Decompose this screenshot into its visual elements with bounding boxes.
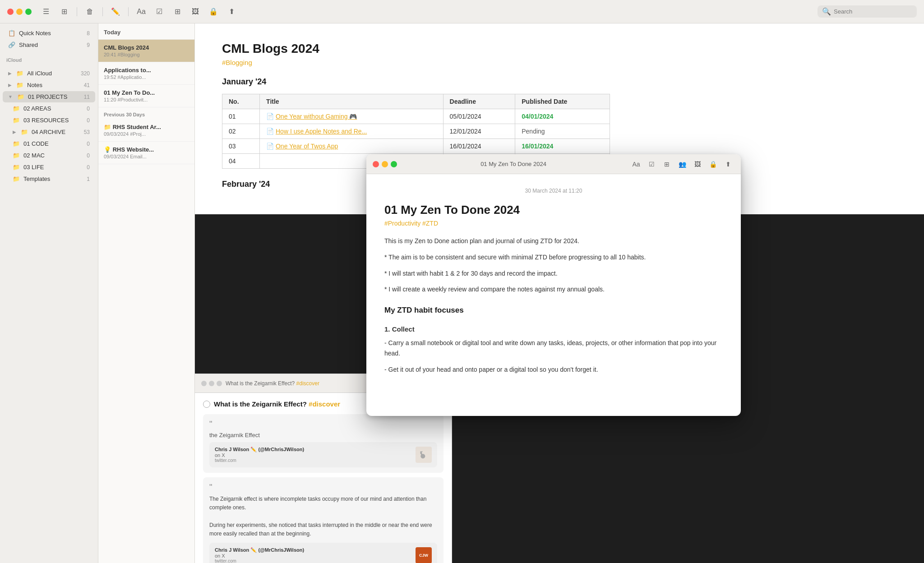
maximize-button[interactable] (25, 9, 32, 15)
note-tag-2: #Applicatio... (118, 74, 146, 80)
note-meta-cml-blogs: 20:41 #Blogging (104, 52, 189, 57)
close-button[interactable] (7, 9, 14, 15)
floating-collab-icon[interactable]: 👥 (676, 158, 688, 171)
tweet-avatar-placeholder (416, 447, 432, 463)
floating-note-title: 01 My Zen To Done 2024 (384, 203, 723, 217)
quick-notes-count: 8 (87, 30, 90, 37)
sidebar-item-all-icloud[interactable]: ▶ 📁 All iCloud 320 (3, 68, 95, 79)
zeigarnik-tl-3 (217, 381, 222, 386)
toolbar-separator-3 (128, 7, 129, 16)
search-input[interactable] (834, 8, 912, 15)
minimize-button[interactable] (16, 9, 23, 15)
sidebar-top-section: 📋 Quick Notes 8 🔗 Shared 9 (0, 23, 98, 55)
floating-image-icon[interactable]: 🖼 (691, 158, 704, 171)
zeigarnik-tl-2 (209, 381, 214, 386)
life-folder-icon: 📁 (13, 164, 20, 171)
sidebar-item-quick-notes[interactable]: 📋 Quick Notes 8 (3, 28, 95, 39)
sidebar-item-04-archive[interactable]: ▶ 📁 04 ARCHIVE 53 (3, 126, 95, 138)
table-row: 02 📄 How I use Apple Notes and Re... 12/… (222, 124, 610, 139)
cell-published-02: Pending (515, 124, 610, 139)
04-archive-label: 04 ARCHIVE (32, 129, 80, 135)
floating-checklist-icon[interactable]: ☑ (645, 158, 658, 171)
january-header: January '24 (222, 77, 897, 87)
note-meta-applications: 19:52 #Applicatio... (104, 74, 189, 80)
floating-intro: This is my Zen to Done action plan and j… (384, 236, 723, 247)
floating-minimize-button[interactable] (382, 161, 388, 167)
col-published: Published Date (515, 94, 610, 109)
sidebar-icloud-section: ▶ 📁 All iCloud 320 ▶ 📁 Notes 41 ▼ 📁 01 P… (0, 64, 98, 189)
grid-view-icon[interactable]: ⊞ (57, 5, 71, 19)
note-item-zen-todo[interactable]: 01 My Zen To Do... 11:20 #Productivit... (98, 85, 194, 107)
note-link-icon-03: 📄 (266, 143, 276, 150)
tweet-platform-1: on X (215, 452, 411, 458)
note-tag-4: #Proj... (130, 131, 146, 137)
sidebar-item-01-code[interactable]: 📁 01 CODE 0 (3, 138, 95, 149)
note-tag-3: #Productivit... (118, 97, 148, 102)
folder-icon-rhs: 📁 (104, 124, 113, 130)
all-icloud-count: 320 (81, 70, 90, 77)
cell-deadline-01: 05/01/2024 (443, 109, 515, 124)
tweet-author-2: Chris J Wilson ✏️ (@MrChrisJWilson) (215, 547, 411, 553)
floating-table-icon[interactable]: ⊞ (661, 158, 673, 171)
note-item-rhs-website[interactable]: 💡 RHS Website... 09/03/2024 Email... (98, 142, 194, 164)
note-title-rhs-website: 💡 RHS Website... (104, 146, 189, 153)
floating-window-title: 01 My Zen To Done 2024 (401, 161, 626, 167)
sidebar-item-03-life[interactable]: 📁 03 LIFE 0 (3, 162, 95, 173)
03-life-label: 03 LIFE (23, 164, 83, 171)
link-twos-app[interactable]: One Year of Twos App (276, 143, 338, 150)
tweet-url-2: twitter.com (215, 558, 411, 563)
floating-maximize-button[interactable] (391, 161, 397, 167)
sidebar-item-shared[interactable]: 🔗 Shared 9 (3, 39, 95, 51)
table-insert-icon[interactable]: ⊞ (170, 5, 185, 19)
chevron-icon-3: ▼ (8, 94, 13, 99)
font-icon[interactable]: Aa (134, 5, 148, 19)
templates-folder-icon: 📁 (13, 175, 20, 182)
quick-notes-icon: 📋 (8, 30, 15, 37)
cell-published-03: 16/01/2024 (515, 139, 610, 154)
note-date-2: 09/03/2024 (104, 154, 129, 159)
sidebar-item-02-areas[interactable]: 📁 02 AREAS 0 (3, 103, 95, 114)
checklist-icon[interactable]: ☑ (152, 5, 166, 19)
link-apple-notes[interactable]: How I use Apple Notes and Re... (276, 128, 367, 135)
note-tag-5: Email... (130, 154, 147, 159)
delete-icon[interactable]: 🗑 (83, 5, 97, 19)
code-folder-icon: 📁 (13, 140, 20, 147)
projects-folder-icon: 📁 (17, 93, 24, 100)
floating-lock-icon[interactable]: 🔒 (707, 158, 719, 171)
note-item-cml-blogs[interactable]: CML Blogs 2024 20:41 #Blogging (98, 40, 194, 62)
floating-font-icon[interactable]: Aa (630, 158, 642, 171)
floating-date: 30 March 2024 at 11:20 (384, 188, 723, 194)
cell-deadline-02: 12/01/2024 (443, 124, 515, 139)
share-icon[interactable]: ⬆ (224, 5, 239, 19)
notes-list-content: CML Blogs 2024 20:41 #Blogging Applicati… (98, 40, 194, 563)
cell-deadline-03: 16/01/2024 (443, 139, 515, 154)
floating-close-button[interactable] (373, 161, 379, 167)
sidebar-item-02-mac[interactable]: 📁 02 MAC 0 (3, 150, 95, 161)
quote-text-preview: the Zeigarnik Effect (209, 432, 437, 438)
image-insert-icon[interactable]: 🖼 (188, 5, 203, 19)
compose-icon[interactable]: ✏️ (108, 5, 123, 19)
sidebar-item-01-projects[interactable]: ▼ 📁 01 PROJECTS 11 (3, 91, 95, 102)
note-time-3: 11:20 (104, 97, 116, 102)
search-bar[interactable]: 🔍 (818, 5, 917, 18)
areas-folder-icon: 📁 (13, 105, 20, 112)
sidebar-item-03-resources[interactable]: 📁 03 RESOURCES 0 (3, 115, 95, 126)
avatar-initials: CJW (419, 553, 428, 558)
list-view-icon[interactable]: ☰ (39, 5, 53, 19)
note-item-rhs-student[interactable]: 📁 RHS Student Ar... 09/03/2024 #Proj... (98, 119, 194, 142)
note-link-icon-01: 📄 (266, 113, 276, 120)
note-main-title: CML Blogs 2024 (222, 42, 897, 56)
zeigarnik-checkbox[interactable] (203, 401, 210, 408)
sidebar-item-templates[interactable]: 📁 Templates 1 (3, 173, 95, 185)
floating-section1-b2: - Get it out of your head and onto paper… (384, 365, 723, 375)
tweet-info-2: Chris J Wilson ✏️ (@MrChrisJWilson) on X… (215, 547, 411, 563)
sidebar-item-notes[interactable]: ▶ 📁 Notes 41 (3, 79, 95, 91)
quote-card-2: " The Zeigarnik effect is where incomple… (203, 477, 444, 563)
today-label: Today (98, 23, 194, 40)
note-item-applications[interactable]: Applications to... 19:52 #Applicatio... (98, 62, 194, 85)
folder-icon: 📁 (16, 70, 23, 77)
lock-icon[interactable]: 🔒 (206, 5, 221, 19)
floating-share-icon[interactable]: ⬆ (722, 158, 735, 171)
link-gaming[interactable]: One Year without Gaming 🎮 (276, 113, 357, 120)
cell-title-02: 📄 How I use Apple Notes and Re... (260, 124, 443, 139)
